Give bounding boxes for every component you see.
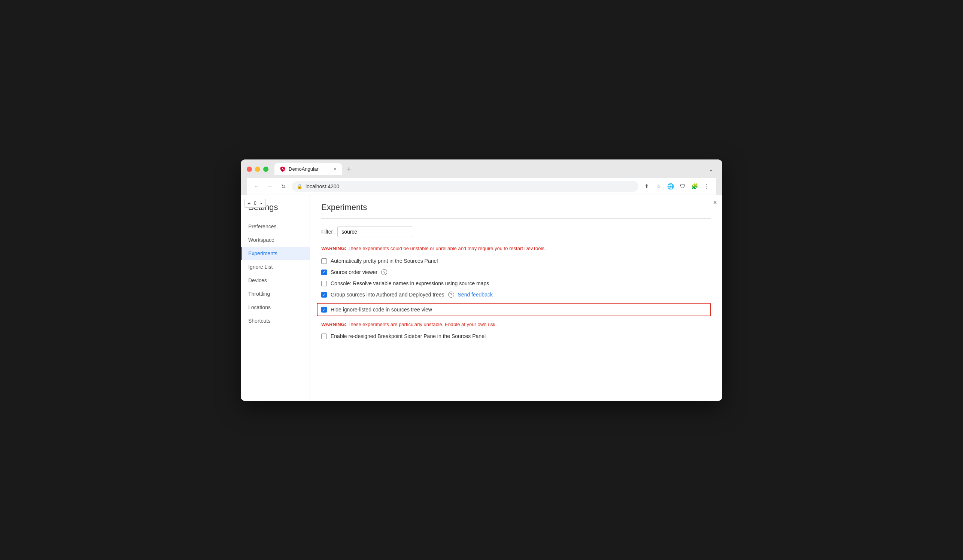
- sidebar-item-workspace[interactable]: Workspace: [241, 233, 310, 247]
- checkbox-console-resolve[interactable]: [321, 281, 327, 286]
- experiment-console-resolve: Console: Resolve variable names in expre…: [321, 280, 711, 286]
- share-button[interactable]: ⬆: [641, 181, 652, 192]
- angular-tab-icon: [280, 166, 286, 172]
- checkbox-group-sources[interactable]: [321, 292, 327, 298]
- warning-2-text: These experiments are particularly unsta…: [348, 322, 497, 327]
- main-content: Experiments Filter WARNING: These experi…: [310, 195, 722, 401]
- experiment-group-sources: Group sources into Authored and Deployed…: [321, 291, 711, 298]
- tab-close-button[interactable]: ×: [334, 166, 337, 172]
- sidebar-item-label-preferences: Preferences: [248, 223, 276, 230]
- dropdown-arrow[interactable]: ⌄: [706, 164, 716, 175]
- checkbox-auto-pretty-print[interactable]: [321, 258, 327, 264]
- sidebar-item-preferences[interactable]: Preferences: [241, 220, 310, 233]
- active-tab[interactable]: DemoAngular ×: [274, 163, 342, 175]
- tab-title: DemoAngular: [289, 166, 319, 172]
- lock-icon: 🔒: [297, 184, 303, 189]
- back-button[interactable]: ←: [251, 181, 262, 192]
- sidebar-item-label-locations: Locations: [248, 304, 271, 310]
- filter-label: Filter: [321, 229, 333, 235]
- warning-2: WARNING: These experiments are particula…: [321, 322, 711, 327]
- more-button[interactable]: ⋮: [701, 181, 712, 192]
- new-tab-button[interactable]: +: [343, 164, 355, 175]
- devtools-close-button[interactable]: ×: [713, 199, 717, 207]
- sidebar-item-label-ignore-list: Ignore List: [248, 264, 272, 270]
- warning-1-label: WARNING:: [321, 246, 346, 251]
- bookmark-button[interactable]: ☆: [653, 181, 664, 192]
- section-title: Experiments: [321, 202, 711, 212]
- devtools-container: + 0 - × Settings Preferences Workspace E…: [241, 195, 722, 401]
- warning-1: WARNING: These experiments could be unst…: [321, 245, 711, 252]
- maximize-traffic-light[interactable]: [263, 167, 269, 172]
- checkbox-hide-ignore-listed[interactable]: [321, 307, 327, 312]
- zoom-controls: + 0 -: [245, 199, 266, 208]
- help-icon-group-sources[interactable]: ?: [448, 291, 454, 298]
- filter-input[interactable]: [337, 226, 412, 237]
- minimize-traffic-light[interactable]: [255, 167, 260, 172]
- sidebar-item-locations[interactable]: Locations: [241, 301, 310, 314]
- section-divider: [321, 218, 711, 218]
- label-group-sources: Group sources into Authored and Deployed…: [331, 291, 444, 298]
- browser-chrome: DemoAngular × + ⌄ ← → ↻ 🔒 localhost:4200…: [241, 159, 722, 195]
- zoom-level: 0: [253, 201, 257, 206]
- checkbox-breakpoint-sidebar[interactable]: [321, 333, 327, 339]
- sidebar-item-devices[interactable]: Devices: [241, 274, 310, 287]
- sidebar-item-experiments[interactable]: Experiments: [241, 247, 310, 260]
- close-traffic-light[interactable]: [247, 167, 252, 172]
- sidebar-item-label-devices: Devices: [248, 277, 267, 283]
- checkbox-source-order-viewer[interactable]: [321, 270, 327, 275]
- zoom-in-button[interactable]: +: [245, 199, 253, 207]
- browser-window: DemoAngular × + ⌄ ← → ↻ 🔒 localhost:4200…: [241, 159, 722, 401]
- zoom-out-button[interactable]: -: [257, 199, 266, 207]
- sidebar-item-label-workspace: Workspace: [248, 237, 274, 243]
- toolbar-actions: ⬆ ☆ 🌐 🛡 🧩 ⋮: [641, 181, 712, 192]
- experiment-auto-pretty-print: Automatically pretty print in the Source…: [321, 258, 711, 264]
- warning-1-text: These experiments could be unstable or u…: [348, 246, 546, 251]
- sidebar-item-label-experiments: Experiments: [248, 251, 277, 256]
- label-auto-pretty-print: Automatically pretty print in the Source…: [331, 258, 438, 264]
- earth-button[interactable]: 🌐: [665, 181, 676, 192]
- sidebar-item-shortcuts[interactable]: Shortcuts: [241, 314, 310, 327]
- shields-button[interactable]: 🛡: [677, 181, 688, 192]
- sidebar-item-label-shortcuts: Shortcuts: [248, 318, 270, 324]
- label-console-resolve: Console: Resolve variable names in expre…: [331, 280, 489, 286]
- experiment-hide-ignore-listed: Hide ignore-listed code in sources tree …: [317, 303, 711, 316]
- filter-row: Filter: [321, 226, 711, 237]
- help-icon-source-order[interactable]: ?: [381, 269, 387, 275]
- experiment-source-order-viewer: Source order viewer ?: [321, 269, 711, 275]
- address-bar[interactable]: 🔒 localhost:4200: [292, 181, 639, 192]
- extension-button[interactable]: 🧩: [689, 181, 700, 192]
- traffic-lights: [247, 167, 269, 172]
- label-source-order-viewer: Source order viewer: [331, 269, 378, 275]
- url-text: localhost:4200: [306, 183, 339, 189]
- label-breakpoint-sidebar: Enable re-designed Breakpoint Sidebar Pa…: [331, 333, 486, 339]
- experiment-breakpoint-sidebar: Enable re-designed Breakpoint Sidebar Pa…: [321, 333, 711, 339]
- tabs-row: DemoAngular × +: [274, 163, 706, 175]
- toolbar: ← → ↻ 🔒 localhost:4200 ⬆ ☆ 🌐 🛡 🧩 ⋮: [247, 178, 716, 195]
- label-hide-ignore-listed: Hide ignore-listed code in sources tree …: [331, 307, 432, 312]
- forward-button[interactable]: →: [265, 181, 275, 192]
- settings-sidebar: Settings Preferences Workspace Experimen…: [241, 195, 310, 401]
- reload-button[interactable]: ↻: [278, 181, 289, 192]
- warning-2-label: WARNING:: [321, 322, 346, 327]
- send-feedback-link[interactable]: Send feedback: [458, 291, 493, 298]
- title-bar: DemoAngular × + ⌄: [247, 163, 716, 175]
- sidebar-item-ignore-list[interactable]: Ignore List: [241, 260, 310, 274]
- sidebar-item-throttling[interactable]: Throttling: [241, 287, 310, 301]
- sidebar-item-label-throttling: Throttling: [248, 291, 270, 297]
